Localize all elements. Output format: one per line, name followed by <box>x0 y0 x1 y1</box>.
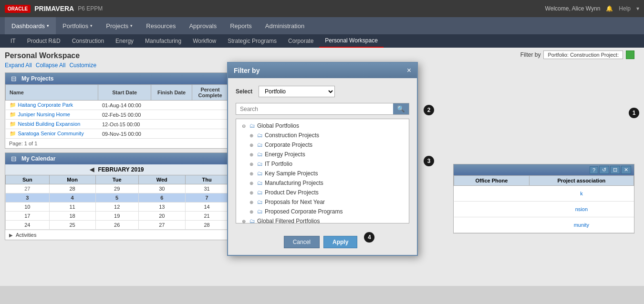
expand-icon[interactable]: ⊕ <box>240 217 248 223</box>
nav-administration[interactable]: Administration <box>259 17 311 34</box>
cal-day[interactable]: 17 <box>6 212 50 221</box>
project-start: 01-Aug-14 00:00 <box>98 101 151 110</box>
calendar-month-header: ◀ FEBRUARY 2019 <box>5 164 229 175</box>
cal-day[interactable]: 27 <box>6 184 50 193</box>
tree-item-manufacturing-projects[interactable]: ⊕ 🗂 Manufacturing Projects <box>238 178 407 188</box>
rp-project[interactable]: k <box>529 186 634 202</box>
nav-dashboards[interactable]: Dashboards ▾ <box>5 17 56 34</box>
rp-help-btn[interactable]: ? <box>590 166 598 174</box>
project-link[interactable]: Haitang Corporate Park <box>18 102 73 108</box>
tree-item-global-filtered-portfolios[interactable]: ⊕ 🗂 Global Filtered Portfolios <box>238 216 407 223</box>
nav-approvals[interactable]: Approvals <box>182 17 223 34</box>
tree-item-it-portfolio[interactable]: ⊕ 🗂 IT Portfolio <box>238 159 407 169</box>
subnav-energy[interactable]: Energy <box>110 34 139 48</box>
modal-close-button[interactable]: × <box>407 67 411 74</box>
cal-day[interactable]: 13 <box>138 203 185 212</box>
subnav-strategic-programs[interactable]: Strategic Programs <box>222 34 282 48</box>
cancel-button[interactable]: Cancel <box>284 236 320 248</box>
expand-icon[interactable]: ⊕ <box>248 198 255 206</box>
nav-resources[interactable]: Resources <box>139 17 182 34</box>
cal-day[interactable]: 10 <box>6 203 50 212</box>
folder-icon: 🗂 <box>257 180 263 186</box>
cal-day[interactable]: 19 <box>95 212 138 221</box>
cal-day[interactable]: 29 <box>95 184 138 193</box>
cal-day[interactable]: 5 <box>95 193 138 203</box>
cal-day[interactable]: 11 <box>49 203 95 212</box>
cal-day[interactable]: 30 <box>138 184 185 193</box>
cal-day[interactable]: 21 <box>186 212 229 221</box>
folder-icon: 🗂 <box>257 189 263 196</box>
project-link[interactable]: Saratoga Senior Community <box>18 131 84 136</box>
rp-close-btn[interactable]: ✕ <box>621 166 631 174</box>
tree-item-global-portfolios[interactable]: ⊖ 🗂 Global Portfolios <box>238 121 407 131</box>
expand-icon[interactable]: ⊕ <box>248 141 255 149</box>
expand-icon[interactable]: ⊕ <box>248 208 255 215</box>
rp-project[interactable]: nsion <box>529 202 634 217</box>
cal-day[interactable]: 24 <box>6 221 50 230</box>
help-link[interactable]: Help <box>619 5 631 12</box>
search-button[interactable]: 🔍 <box>393 103 409 114</box>
search-input[interactable] <box>236 103 393 114</box>
tree-item-product-dev-projects[interactable]: ⊕ 🗂 Product Dev Projects <box>238 188 407 197</box>
project-finish <box>151 101 192 110</box>
tree-item-proposals-next-year[interactable]: ⊕ 🗂 Proposals for Next Year <box>238 197 407 207</box>
portfolio-select[interactable]: Portfolio Project EPS <box>259 86 335 97</box>
cal-day[interactable]: 4 <box>49 193 95 203</box>
expand-icon[interactable]: ⊕ <box>248 160 255 168</box>
calendar-collapse-btn[interactable]: ⊟ <box>9 155 19 162</box>
expand-icon[interactable]: ⊖ <box>240 122 248 130</box>
project-link[interactable]: Juniper Nursing Home <box>18 111 70 117</box>
projects-collapse-btn[interactable]: ⊟ <box>9 75 19 82</box>
project-name: 📁Nesbid Building Expansion <box>6 120 98 129</box>
subnav-workflow[interactable]: Workflow <box>187 34 222 48</box>
tree-item-energy-projects[interactable]: ⊕ 🗂 Energy Projects <box>238 150 407 159</box>
expand-icon[interactable]: ⊕ <box>248 151 255 158</box>
tree-item-key-sample-projects[interactable]: ⊕ 🗂 Key Sample Projects <box>238 169 407 178</box>
subnav-construction[interactable]: Construction <box>66 34 110 48</box>
tree-item-proposed-corporate-programs[interactable]: ⊕ 🗂 Proposed Corporate Programs <box>238 207 407 216</box>
customize-link[interactable]: Customize <box>69 62 96 69</box>
subnav-manufacturing[interactable]: Manufacturing <box>139 34 187 48</box>
subnav-it[interactable]: IT <box>5 34 21 48</box>
green-grid-icon[interactable] <box>626 51 634 59</box>
tree-item-construction-projects[interactable]: ⊕ 🗂 Construction Projects <box>238 131 407 140</box>
subnav-corporate[interactable]: Corporate <box>282 34 319 48</box>
expand-icon[interactable]: ⊕ <box>248 179 255 187</box>
folder-icon: 🗂 <box>257 208 263 215</box>
prev-month-btn[interactable]: ◀ <box>90 166 94 173</box>
cal-day[interactable]: 26 <box>95 221 138 230</box>
cal-day[interactable]: 31 <box>186 184 229 193</box>
cal-day[interactable]: 7 <box>186 193 229 203</box>
rp-resize-btn[interactable]: ⊡ <box>610 166 620 174</box>
notification-icon[interactable]: 🔔 <box>606 5 613 12</box>
filter-tag[interactable]: Portfolio: Construction Project: <box>543 51 623 59</box>
cal-day[interactable]: 12 <box>95 203 138 212</box>
cal-day[interactable]: 28 <box>186 221 229 230</box>
activities-row[interactable]: ▶ Activities <box>5 230 229 240</box>
expand-icon[interactable]: ⊕ <box>248 189 255 196</box>
expand-icon[interactable]: ⊕ <box>248 132 255 139</box>
subnav-product-rd[interactable]: Product R&D <box>21 34 66 48</box>
rp-refresh-btn[interactable]: ↺ <box>599 166 609 174</box>
rp-project[interactable]: munity <box>529 217 634 233</box>
cal-day[interactable]: 18 <box>49 212 95 221</box>
project-link[interactable]: Nesbid Building Expansion <box>18 121 81 127</box>
cal-day[interactable]: 20 <box>138 212 185 221</box>
cal-day[interactable]: 3 <box>6 193 50 203</box>
cal-day[interactable]: 27 <box>138 221 185 230</box>
cal-day[interactable]: 28 <box>49 184 95 193</box>
col-start: Start Date <box>98 85 151 101</box>
cal-day[interactable]: 25 <box>49 221 95 230</box>
calendar-week: 27 28 29 30 31 <box>6 184 229 193</box>
expand-icon[interactable]: ⊕ <box>248 170 255 177</box>
tree-item-corporate-projects[interactable]: ⊕ 🗂 Corporate Projects <box>238 140 407 150</box>
subnav-personal-workspace[interactable]: Personal Workspace <box>319 34 384 48</box>
cal-day[interactable]: 6 <box>138 193 185 203</box>
apply-button[interactable]: Apply <box>323 236 357 248</box>
expand-all-link[interactable]: Expand All <box>5 62 32 69</box>
nav-reports[interactable]: Reports <box>223 17 259 34</box>
nav-portfolios[interactable]: Portfolios ▾ <box>56 17 99 34</box>
nav-projects[interactable]: Projects ▾ <box>99 17 139 34</box>
collapse-all-link[interactable]: Collapse All <box>36 62 66 69</box>
cal-day[interactable]: 14 <box>186 203 229 212</box>
